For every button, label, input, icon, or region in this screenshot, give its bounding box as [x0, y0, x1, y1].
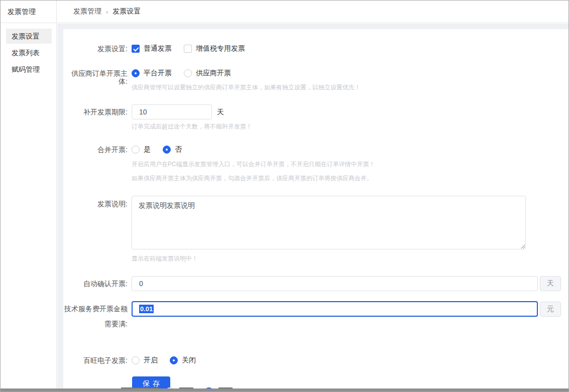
- supplier-subject-label: 供应商订单开票主体:: [63, 69, 128, 90]
- sidebar-title: 发票管理: [1, 1, 56, 23]
- radio-label: 开启: [144, 356, 158, 365]
- breadcrumb-separator-icon: ›: [106, 8, 108, 16]
- radio-selected-icon: [163, 146, 171, 154]
- merge-invoice-helper-1: 开启后用户在PC端显示发票管理入口，可以合并订单开票，不开启只能在订单详情中开票…: [132, 161, 561, 167]
- radio-option-supplier-invoicing[interactable]: 供应商开票: [184, 69, 231, 78]
- merge-invoice-label: 合并开票:: [63, 146, 128, 181]
- radio-unselected-icon: [184, 69, 192, 77]
- radio-option-merge-no[interactable]: 否: [163, 145, 182, 154]
- radio-option-merge-yes[interactable]: 是: [132, 145, 151, 154]
- merge-invoice-helper-2: 如果供应商开票主体为供应商开票，勾选合并开票后，供应商开票的订单将按供应商合并。: [132, 175, 561, 181]
- radio-selected-icon: [132, 69, 140, 77]
- tech-fee-selected-value: 0.01: [139, 305, 154, 313]
- radio-option-baiwang-off[interactable]: 关闭: [170, 356, 196, 365]
- sidebar-menu: 发票设置 发票列表 赋码管理: [1, 23, 56, 77]
- invoice-note-label: 发票说明:: [63, 196, 128, 262]
- checkbox-checked-icon: [132, 45, 140, 53]
- breadcrumb-parent[interactable]: 发票管理: [73, 7, 101, 16]
- checkbox-label: 普通发票: [144, 44, 172, 53]
- tech-fee-label: 技术服务费开票金额 需要满:: [63, 301, 128, 331]
- radio-selected-icon: [170, 356, 178, 364]
- tech-fee-unit-addon: 元: [540, 302, 561, 317]
- form-row-invoice-types: 发票设置: 普通发票 增值税专用发票: [63, 45, 568, 53]
- tech-fee-input[interactable]: 0.01: [132, 301, 538, 317]
- breadcrumb-current: 发票设置: [112, 7, 141, 16]
- radio-label: 关闭: [182, 356, 196, 365]
- auto-confirm-label: 自动确认开票:: [63, 276, 128, 291]
- reissue-period-input[interactable]: [132, 104, 212, 119]
- supplier-subject-helper: 供应商管理可以设置独立的供应商订单开票主体，如果有独立设置，以独立设置优先！: [132, 84, 561, 90]
- form-row-supplier-subject: 供应商订单开票主体: 平台开票 供应商开票 供应商管理可以设置独立的供应商订单开…: [63, 69, 568, 90]
- topbar: 发票管理 › 发票设置: [57, 1, 568, 23]
- invoice-types-label: 发票设置:: [63, 45, 128, 53]
- reissue-period-label: 补开发票期限:: [63, 104, 128, 129]
- tech-fee-label-line1: 技术服务费开票金额: [63, 301, 128, 316]
- baiwang-label: 百旺电子发票:: [63, 356, 128, 364]
- radio-label: 供应商开票: [196, 69, 231, 78]
- radio-unselected-icon: [132, 356, 140, 364]
- checkbox-unchecked-icon: [184, 45, 192, 53]
- content-area: 发票设置: 普通发票 增值税专用发票 供: [57, 24, 568, 391]
- sidebar-item-code-management[interactable]: 赋码管理: [6, 62, 52, 77]
- radio-unselected-icon: [132, 146, 140, 154]
- sidebar: 发票管理 发票设置 发票列表 赋码管理: [1, 1, 57, 391]
- tech-fee-label-line2: 需要满:: [63, 316, 128, 331]
- auto-confirm-unit-addon: 天: [540, 276, 561, 291]
- form-row-merge-invoice: 合并开票: 是 否 开启后用户在PC端显示发票管理入口，可以合并订单开票，不开启…: [63, 146, 568, 181]
- form-row-invoice-note: 发票说明: 发票说明发票说明 显示在前端发票说明中！: [63, 196, 568, 262]
- invoice-note-textarea[interactable]: 发票说明发票说明: [132, 196, 526, 249]
- checkbox-label: 增值税专用发票: [196, 44, 245, 53]
- form-row-baiwang-einvoice: 百旺电子发票: 开启 关闭: [63, 356, 568, 364]
- form-row-auto-confirm: 自动确认开票: 天: [63, 276, 568, 291]
- horizontal-scrollbar[interactable]: [1, 388, 568, 391]
- radio-option-platform-invoicing[interactable]: 平台开票: [132, 69, 172, 78]
- reissue-period-helper: 订单完成后超过这个天数，将不能补开发票！: [132, 123, 561, 129]
- checkbox-option-vat-special-invoice[interactable]: 增值税专用发票: [184, 44, 245, 53]
- invoice-note-helper: 显示在前端发票说明中！: [132, 255, 561, 262]
- invoice-admin-window: 发票管理 发票设置 发票列表 赋码管理 发票管理 › 发票设置 发票设置: 普通…: [0, 0, 569, 392]
- invoice-settings-card: 发票设置: 普通发票 增值税专用发票 供: [63, 29, 568, 391]
- checkbox-option-general-invoice[interactable]: 普通发票: [132, 44, 172, 53]
- form-row-reissue-period: 补开发票期限: 天 订单完成后超过这个天数，将不能补开发票！: [63, 104, 568, 129]
- reissue-period-unit: 天: [217, 104, 224, 119]
- sidebar-item-invoice-settings[interactable]: 发票设置: [6, 29, 52, 44]
- auto-confirm-input[interactable]: [132, 276, 538, 291]
- radio-label: 否: [175, 145, 182, 154]
- radio-label: 是: [144, 145, 151, 154]
- radio-option-baiwang-on[interactable]: 开启: [132, 356, 158, 365]
- sidebar-item-invoice-list[interactable]: 发票列表: [6, 45, 52, 60]
- form-row-tech-fee: 技术服务费开票金额 需要满: 0.01 元: [63, 301, 568, 331]
- radio-label: 平台开票: [144, 69, 172, 78]
